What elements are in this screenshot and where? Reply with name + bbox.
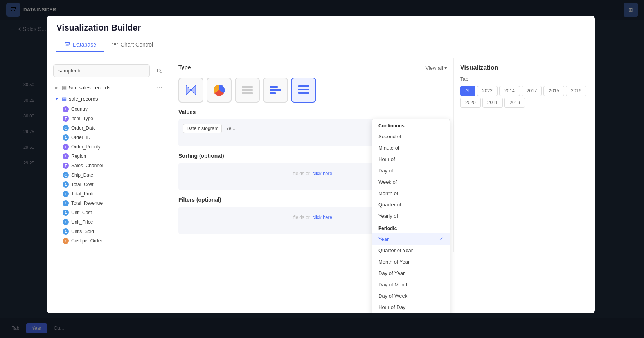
- three-dot-sale[interactable]: ⋯: [155, 95, 164, 103]
- field-name-order-date: Order_Date: [71, 125, 96, 131]
- field-order-priority[interactable]: T Order_Priority: [53, 142, 165, 152]
- tab-chart-control[interactable]: Chart Control: [104, 38, 161, 52]
- field-name-total-revenue: Total_Revenue: [71, 201, 103, 206]
- field-total-cost[interactable]: 1 Total_Cost: [53, 180, 165, 189]
- viz-tab-2020[interactable]: 2020: [460, 98, 481, 108]
- tab-chart-control-label: Chart Control: [121, 42, 153, 48]
- tab-database[interactable]: Database: [56, 38, 104, 52]
- field-name-sales-channel: Sales_Channel: [71, 163, 103, 168]
- chart-control-icon: [112, 41, 118, 48]
- dropdown-quarter-of-year[interactable]: Quarter of Year: [372, 245, 450, 256]
- field-region[interactable]: T Region: [53, 152, 165, 161]
- chart-type-grid: [178, 78, 447, 103]
- dropdown-yearly-of[interactable]: Yearly of: [372, 210, 450, 222]
- field-order-id[interactable]: 1 Order_ID: [53, 133, 165, 142]
- dropdown-second-of[interactable]: Second of: [372, 131, 450, 142]
- field-type-icon-sales-channel: T: [63, 163, 69, 169]
- database-icon: [64, 41, 70, 48]
- field-type-icon-order-priority: T: [63, 144, 69, 150]
- table-sale-records[interactable]: ▼ ▦ sale_records ⋯: [53, 93, 165, 105]
- field-order-date[interactable]: ◷ Order_Date: [53, 123, 165, 133]
- chart-type-list1[interactable]: [235, 78, 260, 103]
- viz-tab-row: All 2022 2014 2017 2015 2016 2020 2011 2…: [460, 86, 588, 108]
- dropdown-quarter-of[interactable]: Quarter of: [372, 199, 450, 210]
- svg-point-2: [157, 69, 160, 72]
- dropdown-month-of-year[interactable]: Month of Year: [372, 256, 450, 268]
- chart-panel: Type View all ▾: [172, 58, 454, 252]
- dropdown-week-of[interactable]: Week of: [372, 176, 450, 188]
- field-item-type[interactable]: T Item_Type: [53, 114, 165, 123]
- periodic-header: Periodic: [372, 222, 450, 233]
- table-5m-sales-records[interactable]: ▶ ▦ 5m_sales_records ⋯: [53, 82, 165, 93]
- visualization-builder-modal: Visualization Builder Database Chart Con…: [47, 16, 595, 313]
- database-panel: ▶ ▦ 5m_sales_records ⋯ ▼ ▦ sale_records …: [47, 58, 172, 252]
- search-input[interactable]: [53, 64, 150, 77]
- field-type-icon-total-revenue: 1: [63, 200, 69, 206]
- field-units-sold[interactable]: 1 Units_Sold: [53, 227, 165, 236]
- tab-database-label: Database: [73, 42, 96, 48]
- search-button[interactable]: [153, 65, 165, 77]
- field-type-icon-order-id: 1: [63, 134, 69, 141]
- field-total-revenue[interactable]: 1 Total_Revenue: [53, 199, 165, 208]
- table-icon-5m: ▦: [62, 85, 67, 90]
- chart-type-bowtie[interactable]: [178, 78, 203, 103]
- field-name-order-id: Order_ID: [71, 135, 90, 140]
- field-type-icon-item-type: T: [63, 116, 69, 122]
- viz-tab-2015[interactable]: 2015: [543, 86, 564, 96]
- dropdown-minute-of[interactable]: Minute of: [372, 142, 450, 154]
- click-here-link[interactable]: click here: [313, 171, 333, 176]
- table-icon-sale: ▦: [62, 96, 67, 102]
- chart-type-list2[interactable]: [263, 78, 288, 103]
- field-unit-price[interactable]: 1 Unit_Price: [53, 217, 165, 227]
- tab-label: Tab: [460, 76, 468, 82]
- dropdown-day-of-year[interactable]: Day of Year: [372, 268, 450, 279]
- value-tag-date-histogram[interactable]: Date histogram: [183, 124, 222, 133]
- viz-tab-2017[interactable]: 2017: [522, 86, 542, 96]
- modal-tabs: Database Chart Control: [56, 38, 585, 52]
- dropdown-day-of[interactable]: Day of: [372, 165, 450, 176]
- svg-marker-3: [186, 85, 191, 95]
- filters-click-here-link[interactable]: click here: [313, 215, 333, 220]
- three-dot-5m[interactable]: ⋯: [155, 84, 164, 91]
- dropdown-month-of[interactable]: Month of: [372, 188, 450, 199]
- field-name-total-cost: Total_Cost: [71, 182, 94, 187]
- field-type-icon-total-cost: 1: [63, 181, 69, 188]
- dropdown-hour-of[interactable]: Hour of: [372, 154, 450, 165]
- dropdown-day-of-week[interactable]: Day of Week: [372, 290, 450, 302]
- filters-drop-hint: fields or: [293, 215, 310, 220]
- field-name-total-profit: Total_Profit: [71, 191, 95, 197]
- field-ship-date[interactable]: ◷ Ship_Date: [53, 170, 165, 180]
- field-name-unit-cost: Unit_Cost: [71, 210, 92, 215]
- dropdown-hour-of-day[interactable]: Hour of Day: [372, 302, 450, 313]
- modal-backdrop: Visualization Builder Database Chart Con…: [0, 0, 644, 338]
- field-name-units-sold: Units_Sold: [71, 229, 94, 234]
- field-unit-cost[interactable]: 1 Unit_Cost: [53, 208, 165, 217]
- field-name-region: Region: [71, 154, 86, 159]
- viz-tab-2016[interactable]: 2016: [566, 86, 586, 96]
- date-function-dropdown: Continuous Second of Minute of Hour of D…: [372, 119, 450, 313]
- field-cost-per-order[interactable]: ! Cost per Order: [53, 236, 165, 246]
- field-type-icon-total-profit: 1: [63, 191, 69, 197]
- viz-tab-2014[interactable]: 2014: [499, 86, 520, 96]
- viz-tab-2011[interactable]: 2011: [482, 98, 503, 108]
- chart-type-pie[interactable]: [207, 78, 232, 103]
- field-total-profit[interactable]: 1 Total_Profit: [53, 189, 165, 199]
- view-all-button[interactable]: View all ▾: [425, 65, 447, 71]
- viz-tab-2022[interactable]: 2022: [477, 86, 498, 96]
- dropdown-minute-of-hour[interactable]: Minute of Hour: [372, 313, 450, 313]
- dropdown-year[interactable]: Year ✓: [372, 233, 450, 245]
- viz-tab-2019[interactable]: 2019: [504, 98, 525, 108]
- chart-type-list3[interactable]: [291, 78, 316, 103]
- viz-tab-label-row: Tab: [460, 76, 588, 82]
- field-sales-channel[interactable]: T Sales_Channel: [53, 161, 165, 170]
- viz-tab-all[interactable]: All: [460, 86, 475, 96]
- field-country[interactable]: T Country: [53, 105, 165, 114]
- field-type-icon-region: T: [63, 153, 69, 159]
- drop-hint-text: fields or: [293, 171, 310, 176]
- table-name-sale: sale_records: [69, 96, 98, 102]
- type-label: Type: [178, 64, 191, 70]
- dropdown-day-of-month[interactable]: Day of Month: [372, 279, 450, 290]
- svg-rect-6: [242, 86, 253, 88]
- field-name-unit-price: Unit_Price: [71, 219, 93, 225]
- field-name-country: Country: [71, 107, 88, 112]
